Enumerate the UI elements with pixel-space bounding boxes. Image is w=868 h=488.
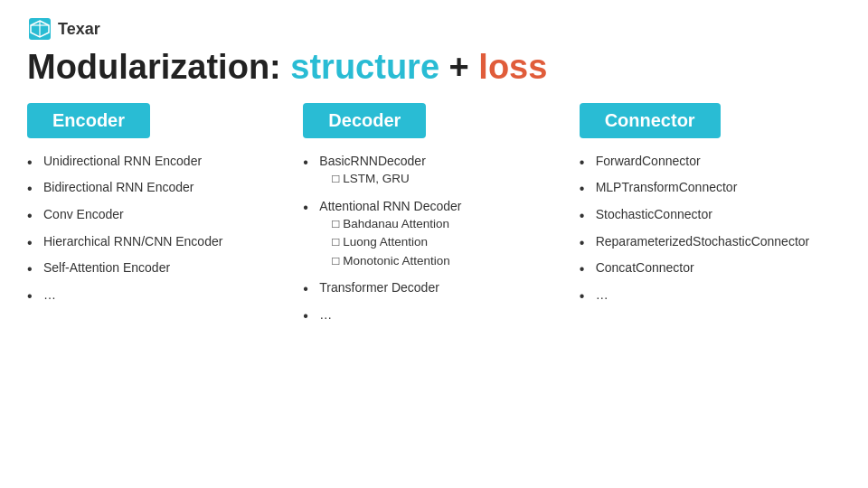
- decoder-list: BasicRNNDecoder LSTM, GRU Attentional RN…: [303, 153, 564, 333]
- title-loss: loss: [478, 48, 547, 86]
- list-item: BasicRNNDecoder LSTM, GRU: [303, 153, 564, 189]
- logo-text: Texar: [58, 20, 100, 39]
- list-item: Attentional RNN Decoder Bahdanau Attenti…: [303, 198, 564, 270]
- encoder-header: Encoder: [27, 103, 150, 138]
- list-item: …: [27, 286, 288, 305]
- list-item: ForwardConnector: [580, 153, 841, 171]
- logo-icon: [27, 16, 52, 42]
- connector-header: Connector: [580, 103, 721, 138]
- list-item: MLPTransformConnector: [580, 179, 841, 197]
- list-item: Bidirectional RNN Encoder: [27, 179, 288, 197]
- list-item: StochasticConnector: [580, 206, 841, 224]
- title-plus: +: [439, 48, 478, 86]
- title-prefix: Modularization:: [27, 48, 290, 86]
- connector-list: ForwardConnector MLPTransformConnector S…: [580, 153, 841, 314]
- connector-column: Connector ForwardConnector MLPTransformC…: [580, 103, 841, 472]
- page-title: Modularization: structure + loss: [27, 49, 841, 87]
- list-item: Transformer Decoder: [303, 279, 564, 297]
- list-item: Conv Encoder: [27, 206, 288, 224]
- title-structure: structure: [290, 48, 439, 86]
- sub-item: Monotonic Attention: [319, 252, 564, 270]
- columns-container: Encoder Unidirectional RNN Encoder Bidir…: [27, 103, 841, 472]
- page: Texar Modularization: structure + loss E…: [0, 0, 868, 488]
- decoder-header: Decoder: [303, 103, 426, 138]
- list-item: …: [303, 306, 564, 324]
- sub-item: Luong Attention: [319, 233, 564, 251]
- encoder-column: Encoder Unidirectional RNN Encoder Bidir…: [27, 103, 303, 472]
- list-item: Self-Attention Encoder: [27, 259, 288, 277]
- encoder-list: Unidirectional RNN Encoder Bidirectional…: [27, 153, 288, 314]
- sub-item: LSTM, GRU: [319, 170, 564, 188]
- list-item: …: [580, 286, 841, 305]
- logo-area: Texar: [27, 16, 841, 42]
- sub-item: Bahdanau Attention: [319, 215, 564, 233]
- list-item: ConcatConnector: [580, 259, 841, 277]
- list-item: ReparameterizedStochasticConnector: [580, 233, 841, 251]
- list-item: Unidirectional RNN Encoder: [27, 153, 288, 171]
- decoder-column: Decoder BasicRNNDecoder LSTM, GRU Attent…: [303, 103, 579, 472]
- list-item: Hierarchical RNN/CNN Encoder: [27, 233, 288, 251]
